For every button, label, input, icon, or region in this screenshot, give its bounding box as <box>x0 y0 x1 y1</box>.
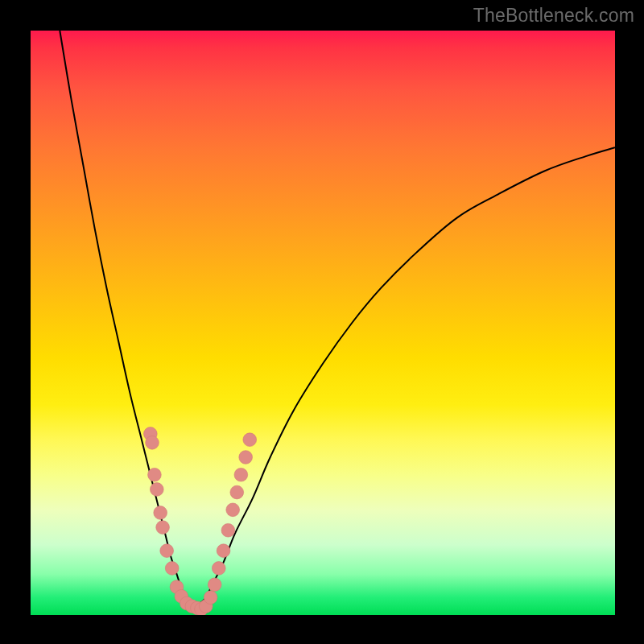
bead-marker <box>150 483 163 497</box>
frame-right <box>615 0 644 644</box>
bead-marker <box>243 433 257 447</box>
right-branch-curve <box>194 147 615 609</box>
bead-marker <box>230 485 244 499</box>
bead-marker <box>212 562 225 576</box>
chart-container: TheBottleneck.com <box>0 0 644 644</box>
bead-marker <box>160 544 174 558</box>
left-branch-curve <box>60 31 194 609</box>
frame-bottom <box>0 615 644 644</box>
bead-marker <box>165 562 179 576</box>
bead-marker <box>146 436 159 449</box>
bead-marker <box>156 521 170 535</box>
chart-svg <box>31 31 615 615</box>
bead-marker <box>148 468 162 481</box>
bead-marker <box>226 503 240 517</box>
plot-area <box>31 31 615 615</box>
bead-marker <box>234 468 248 481</box>
bead-marker <box>217 544 230 558</box>
bead-marker <box>239 451 253 464</box>
bead-marker <box>221 523 235 537</box>
bead-marker <box>204 591 217 605</box>
frame-left <box>0 0 31 644</box>
watermark-text: TheBottleneck.com <box>473 5 634 27</box>
bead-markers <box>143 427 256 615</box>
bead-marker <box>154 506 167 520</box>
bead-marker <box>208 578 221 592</box>
